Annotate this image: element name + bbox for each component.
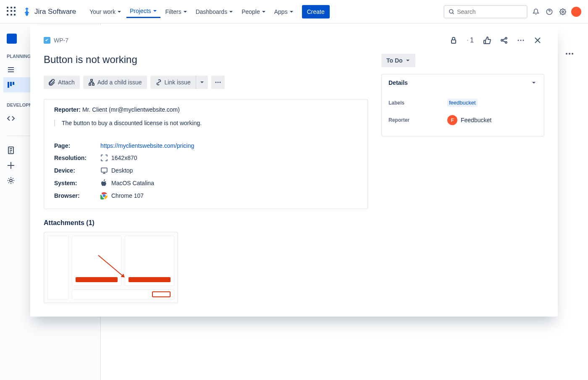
issue-title[interactable]: Button is not working	[44, 54, 368, 66]
svg-point-18	[523, 40, 524, 41]
reporter-email: (mr@myclientwebsite.com)	[109, 106, 180, 113]
button-label: Add a child issue	[97, 79, 142, 86]
issue-modal: WP-7 1	[30, 25, 558, 317]
nav-item-label: Dashboards	[196, 8, 228, 15]
details-header[interactable]: Details	[382, 74, 544, 91]
meta-label: Device:	[54, 167, 100, 174]
svg-point-23	[217, 82, 218, 83]
details-title: Details	[388, 79, 408, 86]
modal-overlay: WP-7 1	[0, 24, 588, 380]
nav-your-work[interactable]: Your work	[86, 6, 125, 18]
help-icon[interactable]	[544, 7, 554, 17]
svg-point-14	[501, 39, 503, 41]
meta-text: Desktop	[111, 167, 133, 174]
app-switcher-icon[interactable]	[7, 7, 17, 17]
quote-block: The button to buy a discounted license i…	[54, 120, 357, 126]
meta-text: MacOS Catalina	[111, 180, 154, 186]
eye-icon	[467, 36, 468, 45]
svg-rect-20	[89, 84, 91, 85]
chrome-icon	[100, 192, 108, 199]
attachments-title: Attachments (1)	[44, 219, 368, 227]
meta-label: Page:	[54, 142, 100, 149]
search-input[interactable]	[457, 8, 522, 15]
reporter-avatar: F	[447, 115, 457, 125]
notifications-icon[interactable]	[531, 7, 541, 17]
detail-label: Reporter	[388, 117, 447, 123]
link-icon	[155, 79, 162, 86]
issue-key[interactable]: WP-7	[54, 37, 68, 44]
close-button[interactable]	[531, 34, 544, 47]
attach-button[interactable]: Attach	[44, 76, 80, 89]
description-panel[interactable]: Reporter: Mr. Client (mr@myclientwebsite…	[44, 99, 368, 209]
modal-body: Button is not working Attach Add a child…	[30, 50, 558, 317]
svg-point-17	[520, 40, 522, 41]
svg-point-15	[505, 42, 507, 43]
more-actions-button[interactable]	[514, 34, 528, 47]
meta-text: 1642x870	[111, 155, 137, 161]
svg-point-12	[467, 40, 468, 41]
meta-label: System:	[54, 180, 100, 186]
chevron-down-icon	[183, 10, 187, 14]
nav-item-label: Filters	[165, 8, 181, 15]
nav-item-label: Projects	[130, 8, 151, 14]
settings-icon[interactable]	[558, 7, 568, 17]
meta-value: MacOS Catalina	[100, 179, 154, 187]
detail-value[interactable]: feedbucket	[447, 99, 478, 107]
meta-value: Desktop	[100, 167, 133, 174]
add-child-button[interactable]: Add a child issue	[83, 76, 147, 89]
nav-projects[interactable]: Projects	[126, 5, 160, 18]
lock-button[interactable]	[447, 34, 460, 47]
vote-button[interactable]	[480, 34, 494, 47]
reporter-name: Mr. Client	[82, 106, 107, 113]
lock-icon	[449, 36, 458, 45]
logo-text: Jira Software	[34, 8, 76, 16]
resolution-icon	[100, 154, 108, 162]
status-dropdown[interactable]: To Do	[381, 54, 415, 67]
meta-row-browser: Browser: Chrome 107	[54, 189, 357, 202]
meta-value: 1642x870	[100, 154, 137, 162]
watch-button[interactable]: 1	[464, 34, 477, 47]
chevron-down-icon	[262, 10, 266, 14]
nav-right	[444, 5, 581, 18]
nav-filters[interactable]: Filters	[162, 6, 191, 18]
svg-point-16	[518, 40, 519, 41]
link-issue-dropdown[interactable]	[196, 76, 208, 89]
chevron-down-icon	[289, 10, 294, 14]
details-panel: Details Labels feedbucket Reporter	[381, 74, 544, 136]
label-tag[interactable]: feedbucket	[447, 99, 478, 107]
meta-page-link[interactable]: https://myclientswebsite.com/pricing	[100, 142, 194, 149]
modal-main: Button is not working Attach Add a child…	[30, 50, 381, 317]
share-icon	[500, 36, 508, 45]
nav-menu: Your work Projects Filters Dashboards Pe…	[86, 5, 444, 18]
add-action-button[interactable]	[211, 76, 225, 89]
link-issue-button[interactable]: Link issue	[150, 76, 196, 89]
svg-point-0	[449, 9, 453, 13]
thumb-preview	[47, 236, 174, 299]
top-nav: Jira Software Your work Projects Filters…	[0, 0, 588, 24]
button-label: Link issue	[165, 79, 191, 86]
nav-dashboards[interactable]: Dashboards	[192, 6, 237, 18]
jira-logo[interactable]: Jira Software	[22, 7, 76, 17]
detail-row-labels: Labels feedbucket	[388, 94, 537, 111]
nav-apps[interactable]: Apps	[271, 6, 297, 18]
nav-item-label: Apps	[274, 8, 288, 15]
button-label: Attach	[58, 79, 75, 86]
details-body: Labels feedbucket Reporter F Feedbucket	[382, 91, 544, 136]
attachment-thumbnail[interactable]	[44, 232, 178, 303]
detail-value[interactable]: F Feedbucket	[447, 115, 491, 125]
chevron-down-icon	[200, 80, 205, 85]
task-type-icon[interactable]	[44, 37, 50, 44]
search-icon	[449, 8, 454, 15]
status-label: To Do	[386, 57, 403, 64]
nav-people[interactable]: People	[238, 6, 269, 18]
meta-value: Chrome 107	[100, 192, 144, 199]
detail-label: Labels	[388, 100, 447, 106]
share-button[interactable]	[497, 34, 511, 47]
svg-point-22	[215, 82, 216, 83]
meta-label: Resolution:	[54, 155, 100, 161]
search-box[interactable]	[444, 5, 528, 18]
watch-count: 1	[470, 37, 474, 44]
modal-header-right: 1	[447, 34, 544, 47]
user-avatar[interactable]	[571, 7, 581, 17]
create-button[interactable]: Create	[302, 5, 330, 18]
